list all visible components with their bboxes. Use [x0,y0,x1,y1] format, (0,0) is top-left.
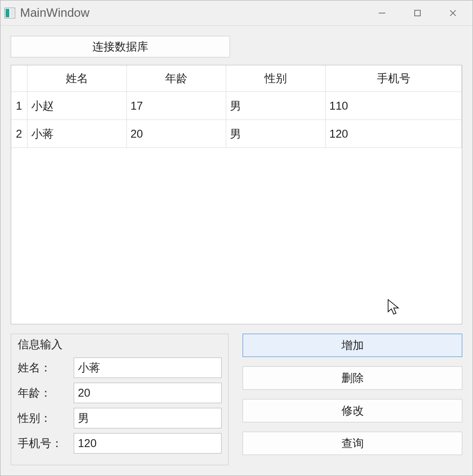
update-button[interactable]: 修改 [243,399,462,422]
svg-rect-1 [6,9,9,17]
col-header-phone[interactable]: 手机号 [326,65,462,92]
bottom-panel: 信息输入 姓名： 年龄： 性别： 手机号： [11,334,462,465]
maximize-button[interactable] [411,7,424,20]
titlebar: MainWindow [0,0,473,26]
client-area: 连接数据库 姓名 年龄 性别 手机号 1小赵17男1102小蒋20男120 信息… [0,26,473,476]
table-cell[interactable]: 17 [126,92,226,120]
input-gender[interactable] [74,408,222,428]
table-cell[interactable]: 110 [326,92,462,120]
row-number: 1 [11,92,27,120]
window-controls [376,7,469,20]
col-header-gender[interactable]: 性别 [226,65,325,92]
minimize-button[interactable] [376,7,389,20]
col-header-age[interactable]: 年龄 [126,65,226,92]
table-cell[interactable]: 20 [126,120,226,148]
table-cell[interactable]: 120 [326,120,462,148]
action-button-panel: 增加 删除 修改 查询 [243,334,462,465]
label-gender: 性别： [18,411,69,426]
input-age[interactable] [74,383,222,403]
table-row[interactable]: 1小赵17男110 [11,92,462,120]
window-title: MainWindow [20,6,376,20]
close-button[interactable] [446,7,459,20]
form-row-name: 姓名： [18,357,222,378]
table-cell[interactable]: 男 [226,120,325,148]
col-header-name[interactable]: 姓名 [27,65,126,92]
main-window: MainWindow 连接数据库 姓名 年龄 性别 [0,0,473,476]
app-icon [4,7,15,19]
form-row-gender: 性别： [18,408,222,428]
query-button[interactable]: 查询 [243,432,462,455]
row-number: 2 [11,120,27,148]
groupbox-title: 信息输入 [18,334,222,357]
table-corner [11,65,27,92]
input-name[interactable] [74,357,222,378]
svg-rect-2 [10,9,14,17]
label-name: 姓名： [18,360,69,375]
input-groupbox: 信息输入 姓名： 年龄： 性别： 手机号： [11,334,229,465]
form-row-phone: 手机号： [18,433,222,454]
input-phone[interactable] [74,433,222,454]
label-age: 年龄： [18,385,69,400]
data-table-container[interactable]: 姓名 年龄 性别 手机号 1小赵17男1102小蒋20男120 [11,65,462,324]
table-cell[interactable]: 小蒋 [27,120,126,148]
svg-rect-4 [415,10,420,16]
form-row-age: 年龄： [18,383,222,403]
label-phone: 手机号： [18,436,69,451]
table-header-row: 姓名 年龄 性别 手机号 [11,65,462,92]
add-button[interactable]: 增加 [243,334,462,357]
table-cell[interactable]: 男 [226,92,325,120]
table-row[interactable]: 2小蒋20男120 [11,120,462,148]
delete-button[interactable]: 删除 [243,366,462,390]
connect-db-button[interactable]: 连接数据库 [11,36,230,57]
data-table: 姓名 年龄 性别 手机号 1小赵17男1102小蒋20男120 [11,65,462,148]
table-cell[interactable]: 小赵 [27,92,126,120]
